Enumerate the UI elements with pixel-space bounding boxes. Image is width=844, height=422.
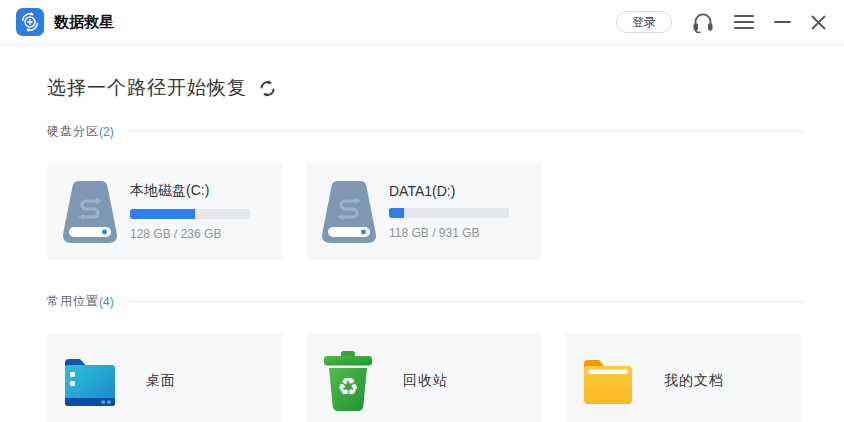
hard-drive-icon: [321, 180, 377, 244]
divider: [126, 131, 804, 132]
app-logo-icon: [16, 8, 44, 36]
titlebar: 数据救星 登录: [0, 0, 844, 45]
app-title: 数据救星: [54, 13, 114, 32]
partitions-label: 硬盘分区: [47, 123, 99, 140]
page-title: 选择一个路径开始恢复: [47, 75, 247, 101]
recycle-bin-icon: ♻: [321, 351, 375, 411]
svg-text:♻: ♻: [337, 373, 359, 401]
drive-name: 本地磁盘(C:): [130, 182, 250, 200]
drive-usage-text: 118 GB / 931 GB: [389, 226, 509, 240]
drive-card-c[interactable]: 本地磁盘(C:) 128 GB / 236 GB: [47, 163, 283, 260]
refresh-icon[interactable]: [259, 80, 276, 97]
drive-usage-fill: [130, 209, 195, 219]
location-label: 桌面: [146, 372, 176, 390]
hard-drive-icon: [62, 180, 118, 244]
partitions-count: (2): [99, 125, 114, 139]
minimize-icon[interactable]: [774, 14, 791, 30]
desktop-folder-icon: [62, 354, 118, 408]
drive-usage-bar: [389, 208, 509, 218]
drive-usage-text: 128 GB / 236 GB: [130, 227, 250, 241]
location-card-recycle-bin[interactable]: ♻ 回收站: [306, 333, 542, 422]
drive-usage-fill: [389, 208, 404, 218]
drive-usage-bar: [130, 209, 250, 219]
location-label: 回收站: [403, 372, 448, 390]
divider: [126, 301, 804, 302]
location-label: 我的文档: [664, 372, 724, 390]
support-headset-icon[interactable]: [692, 12, 714, 33]
menu-icon[interactable]: [734, 14, 754, 30]
location-card-row: 桌面 ♻ 回收站: [47, 333, 804, 422]
drive-card-row: 本地磁盘(C:) 128 GB / 236 GB DATA1(D:): [47, 163, 804, 260]
locations-count: (4): [99, 295, 114, 309]
drive-card-d[interactable]: DATA1(D:) 118 GB / 931 GB: [306, 163, 542, 260]
location-card-desktop[interactable]: 桌面: [47, 333, 283, 422]
login-button[interactable]: 登录: [616, 11, 672, 33]
close-icon[interactable]: [811, 15, 826, 30]
partitions-section-header: 硬盘分区(2): [47, 123, 804, 140]
locations-section-header: 常用位置(4): [47, 293, 804, 310]
main-content: 选择一个路径开始恢复 硬盘分区(2) 本地磁盘(C: [0, 45, 844, 422]
documents-folder-icon: [580, 356, 636, 406]
locations-label: 常用位置: [47, 293, 99, 310]
location-card-documents[interactable]: 我的文档: [565, 333, 801, 422]
drive-name: DATA1(D:): [389, 183, 509, 199]
